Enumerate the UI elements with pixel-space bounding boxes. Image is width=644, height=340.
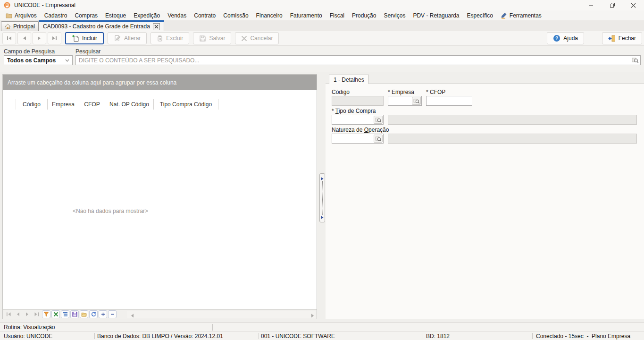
label-mnemonic: O <box>364 127 368 133</box>
menu-item-faturamento[interactable]: Faturamento <box>286 10 326 20</box>
grid-horizontal-scrollbar[interactable] <box>127 311 316 318</box>
menu-item-servicos[interactable]: Serviços <box>380 10 409 20</box>
label-mnemonic: T <box>335 108 339 114</box>
document-tab-bar: Principal CAD0093 - Cadastro de Grade de… <box>0 20 644 31</box>
menu-item-contrato[interactable]: Contrato <box>190 10 219 20</box>
menu-item-fiscal[interactable]: Fiscal <box>326 10 348 20</box>
grid-refresh-button[interactable] <box>89 310 98 318</box>
cfop-label: * CFOP <box>426 89 445 95</box>
column-header-empresa[interactable]: Empresa <box>48 99 79 110</box>
grid-export-excel-button[interactable] <box>51 310 60 318</box>
scroll-left-arrow[interactable] <box>131 313 134 319</box>
tab-cad0093[interactable]: CAD0093 - Cadastro de Grade de Entrada <box>39 20 164 31</box>
menu-item-estoque[interactable]: Estoque <box>101 10 130 20</box>
search-input[interactable] <box>75 55 641 65</box>
button-label: Excluir <box>166 35 183 42</box>
grid-previous-button[interactable] <box>14 310 22 318</box>
floppy-disk-icon <box>199 35 206 42</box>
selected-option: Todos os Campos <box>7 57 56 64</box>
restore-button[interactable] <box>602 0 623 10</box>
grid-expand-button[interactable] <box>99 310 107 318</box>
menu-item-especifico[interactable]: Específico <box>463 10 496 20</box>
tipo-compra-description-field <box>388 115 637 125</box>
search-lookup-button[interactable] <box>632 57 639 65</box>
home-icon <box>5 24 11 29</box>
arrow-left-icon <box>131 314 134 318</box>
fechar-button[interactable]: Fechar <box>602 32 642 44</box>
last-record-button[interactable] <box>48 32 61 44</box>
grid-save-layout-button[interactable] <box>70 310 79 318</box>
detail-panel: 1 - Detalhes Código * Empresa * CFOP * T… <box>326 74 644 319</box>
column-label: Empresa <box>52 101 75 108</box>
plus-icon <box>101 312 105 316</box>
salvar-button[interactable]: Salvar <box>193 32 231 44</box>
status-bar-bottom: Usuário: UNICODE Banco de Dados: DB LIMP… <box>0 332 644 340</box>
menu-item-comissao[interactable]: Comissão <box>219 10 252 20</box>
menu-bar: Arquivos Cadastro Compras Estoque Expedi… <box>0 10 644 20</box>
grid-filter-button[interactable] <box>42 310 50 318</box>
statusbar-separator <box>94 333 95 339</box>
close-window-button[interactable] <box>623 0 644 10</box>
grid-indicator-column <box>3 99 16 110</box>
incluir-button[interactable]: Incluir <box>65 32 104 44</box>
menu-item-ferramentas[interactable]: Ferramentas <box>497 10 545 20</box>
button-label: Cancelar <box>250 35 273 42</box>
search-box <box>75 55 641 65</box>
tipo-compra-field <box>332 115 384 125</box>
tab-principal[interactable]: Principal <box>1 21 39 31</box>
search-field-select[interactable]: Todos os Campos <box>4 55 73 65</box>
grid-next-button[interactable] <box>23 310 32 318</box>
menu-item-producao[interactable]: Produção <box>348 10 380 20</box>
menu-item-cadastro[interactable]: Cadastro <box>41 10 71 20</box>
menu-item-expedicao[interactable]: Expedição <box>130 10 164 20</box>
label-part: Natureza de <box>332 127 364 133</box>
first-record-button[interactable] <box>2 32 16 44</box>
window-title: UNICODE - Empresarial <box>14 2 75 8</box>
column-header-cfop[interactable]: CFOP <box>79 99 105 110</box>
arrow-right-icon <box>311 314 314 318</box>
status-usuario: Usuário: UNICODE <box>4 332 52 340</box>
edit-pencil-icon <box>114 34 121 42</box>
new-page-plus-icon <box>72 34 79 42</box>
natureza-operacao-lookup-button[interactable] <box>374 135 383 143</box>
menu-item-compras[interactable]: Compras <box>71 10 101 20</box>
column-header-nat-op[interactable]: Nat. OP Código <box>105 99 154 110</box>
minimize-button[interactable] <box>580 0 602 10</box>
group-by-bar[interactable]: Arraste um cabeçalho da coluna aqui para… <box>3 75 317 90</box>
grid-load-layout-button[interactable] <box>80 310 88 318</box>
cfop-input[interactable] <box>426 96 472 106</box>
cancelar-button[interactable]: Cancelar <box>235 32 279 44</box>
tab-close-button[interactable] <box>153 23 160 30</box>
scroll-right-arrow[interactable] <box>311 313 314 319</box>
column-header-codigo[interactable]: Código <box>16 99 48 110</box>
results-grid: Arraste um cabeçalho da coluna aqui para… <box>2 74 317 319</box>
previous-record-button[interactable] <box>17 32 31 44</box>
next-record-button[interactable] <box>33 32 46 44</box>
tab-detalhes[interactable]: 1 - Detalhes <box>329 75 369 84</box>
panel-splitter[interactable] <box>319 173 325 222</box>
codigo-field <box>332 96 384 106</box>
empresa-lookup-button[interactable] <box>412 97 421 105</box>
group-by-hint: Arraste um cabeçalho da coluna aqui para… <box>8 79 176 86</box>
menu-item-arquivos[interactable]: Arquivos <box>2 10 41 20</box>
exit-door-icon <box>608 35 616 42</box>
natureza-operacao-label: Natureza de Operação <box>332 127 389 133</box>
app-window: UNICODE - Empresarial Arquivos Cadastro … <box>0 0 644 340</box>
previous-record-icon <box>22 36 26 41</box>
ajuda-button[interactable]: ? Ajuda <box>547 32 584 44</box>
grid-column-chooser-button[interactable] <box>61 310 69 318</box>
menu-item-financeiro[interactable]: Financeiro <box>252 10 286 20</box>
natureza-operacao-field <box>332 134 384 144</box>
tab-label: CAD0093 - Cadastro de Grade de Entrada <box>43 23 150 30</box>
menu-item-pdv-retaguarda[interactable]: PDV - Retaguarda <box>409 10 463 20</box>
excluir-button[interactable]: Excluir <box>151 32 189 44</box>
grid-last-button[interactable] <box>33 310 41 318</box>
column-label: Nat. OP Código <box>109 101 149 108</box>
status-banco-dados: Banco de Dados: DB LIMPO / Versão: 2024.… <box>97 332 223 340</box>
alterar-button[interactable]: Alterar <box>108 32 147 44</box>
grid-first-button[interactable] <box>4 310 13 318</box>
column-header-tipo-compra[interactable]: Tipo Compra Código <box>154 99 218 110</box>
menu-item-vendas[interactable]: Vendas <box>164 10 190 20</box>
grid-collapse-button[interactable] <box>108 310 117 318</box>
tipo-compra-lookup-button[interactable] <box>374 116 383 124</box>
